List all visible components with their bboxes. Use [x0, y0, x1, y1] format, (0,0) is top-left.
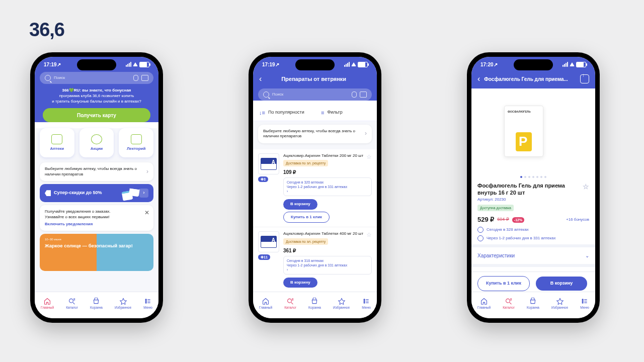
favorite-icon[interactable]: ☆: [366, 153, 372, 161]
buy-1click-button[interactable]: Купить в 1 клик: [283, 212, 330, 223]
brand-logo: 36,6: [29, 19, 64, 41]
nav-favorites[interactable]: Избранное: [333, 298, 350, 310]
nav-cart[interactable]: Корзина: [90, 298, 103, 310]
product-sku: Артикул: 20230: [477, 197, 589, 202]
filter-icon: ≡: [321, 109, 324, 116]
tag-icon: [45, 190, 51, 196]
quick-lectures[interactable]: Лекторий: [119, 128, 153, 157]
search-icon: [45, 75, 51, 81]
favorite-icon[interactable]: ☆: [583, 182, 589, 191]
nav-home[interactable]: Главный: [259, 298, 272, 310]
nav-catalog[interactable]: Каталог: [503, 298, 515, 310]
favorite-pharmacy-card[interactable]: Выберите любимую аптеку, чтобы всегда зн…: [258, 125, 372, 143]
quick-pharmacies[interactable]: Аптеки: [40, 128, 74, 157]
gallery-dots: [471, 174, 595, 179]
phone-home: 17:19↗ Поиск 366💚RU: вы знаете, что бону…: [30, 52, 163, 323]
bottom-nav: Главный Каталог Корзина Избранное Меню: [253, 292, 377, 318]
promo-banner[interactable]: 10–30 июня Жаркое солнце — безопасный за…: [40, 234, 153, 271]
svg-point-2: [145, 301, 146, 302]
product-thumb: [258, 153, 279, 174]
nav-catalog[interactable]: Каталог: [66, 298, 78, 310]
nav-home[interactable]: Главный: [477, 298, 491, 310]
characteristics-section[interactable]: Характеристики⌄: [471, 244, 595, 264]
availability-later: Через 1-2 рабочих дня в 331 аптеках: [477, 235, 589, 241]
product-price: 109 ₽: [283, 169, 372, 175]
svg-point-5: [364, 299, 365, 300]
svg-point-3: [145, 302, 146, 303]
svg-point-4: [288, 299, 292, 303]
availability-box[interactable]: Сегодня в 318 аптекахЧерез 1-2 рабочих д…: [283, 256, 372, 275]
qty-badge: ✚3: [258, 176, 268, 182]
availability-box[interactable]: Сегодня в 320 аптекахЧерез 1-2 рабочих д…: [283, 177, 372, 196]
filter-button[interactable]: ≡Фильтр: [315, 109, 377, 116]
svg-point-6: [364, 301, 365, 302]
qty-badge: ✚11: [258, 254, 270, 260]
favorite-pharmacy-card[interactable]: Выберите любимую аптеку, чтобы всегда зн…: [40, 162, 153, 181]
product-thumb: [258, 231, 279, 252]
chevron-right-icon: ›: [139, 189, 148, 198]
nav-menu[interactable]: Меню: [143, 298, 152, 310]
barcode-icon[interactable]: [141, 75, 148, 81]
nav-menu[interactable]: Меню: [362, 298, 371, 310]
enable-notifications-link[interactable]: Включить уведомления: [45, 222, 93, 227]
share-icon[interactable]: [580, 74, 589, 83]
bonus-label: +16 бонусов: [566, 217, 589, 222]
quick-deals[interactable]: Акции: [79, 128, 114, 157]
barcode-icon[interactable]: [360, 92, 367, 98]
back-button[interactable]: ‹: [477, 74, 480, 84]
search-placeholder: Поиск: [54, 75, 130, 80]
product-name: Ацикловир-Акрихин Таблетки 200 мг 20 шт: [283, 153, 372, 158]
svg-point-9: [582, 299, 583, 300]
bottom-nav: Главный Каталог Корзина Избранное Меню: [471, 292, 595, 318]
svg-point-11: [582, 302, 583, 303]
sort-icon: ↓≡: [259, 109, 265, 116]
discount-badge: -12%: [512, 217, 524, 223]
svg-point-8: [506, 299, 510, 303]
add-to-cart-button[interactable]: В корзину: [283, 199, 317, 209]
search-input[interactable]: Поиск: [40, 72, 153, 84]
super-deals-banner[interactable]: Супер-скидки до 50% ›: [40, 184, 153, 202]
chevron-right-icon: ›: [146, 168, 148, 176]
chevron-down-icon: ⌄: [585, 252, 589, 259]
nav-favorites[interactable]: Избранное: [115, 298, 131, 310]
page-title: Фосфалюгель Гель для приема...: [484, 76, 576, 82]
notifications-card: ✕ Получайте уведомления о заказах. Узнав…: [40, 205, 153, 231]
product-item[interactable]: ✚11 Ацикловир-Акрихин Таблетки 400 мг 20…: [253, 227, 377, 292]
nav-menu[interactable]: Меню: [580, 298, 589, 310]
nav-catalog[interactable]: Каталог: [284, 298, 296, 310]
get-card-button[interactable]: Получить карту: [43, 108, 150, 122]
check-icon: [477, 227, 484, 233]
buy-1click-button[interactable]: Купить в 1 клик: [477, 276, 530, 291]
clock-icon: [477, 235, 484, 241]
nav-favorites[interactable]: Избранное: [551, 298, 568, 310]
promo-text: 366💚RU: вы знаете, что бонусная программ…: [35, 88, 158, 108]
back-button[interactable]: ‹: [259, 74, 262, 84]
product-item[interactable]: ✚3 Ацикловир-Акрихин Таблетки 200 мг 20 …: [253, 149, 377, 228]
phone-product: 17:20↗ ‹ Фосфалюгель Гель для приема... …: [467, 52, 600, 323]
page-title: Препараты от ветрянки: [266, 75, 362, 82]
nav-home[interactable]: Главный: [41, 298, 54, 310]
product-price: 529 ₽: [477, 216, 494, 224]
pharmacy-icon: [51, 134, 62, 144]
status-time: 17:19: [44, 61, 57, 68]
nav-cart[interactable]: Корзина: [308, 298, 321, 310]
svg-point-10: [582, 301, 583, 302]
mic-icon[interactable]: [352, 92, 357, 98]
search-input[interactable]: Поиск: [258, 88, 372, 101]
mic-icon[interactable]: [133, 75, 138, 81]
close-icon[interactable]: ✕: [144, 209, 149, 217]
bottom-nav: Главный Каталог Корзина Избранное Меню: [35, 292, 158, 318]
search-icon: [263, 92, 269, 98]
percent-icon: [91, 134, 102, 144]
product-title: Фосфалюгель Гель для приема внутрь 16 г …: [477, 182, 589, 197]
svg-point-0: [69, 299, 73, 303]
old-price: 604 ₽: [497, 217, 509, 223]
product-gallery[interactable]: [471, 88, 595, 174]
svg-point-1: [145, 299, 146, 300]
add-to-cart-button[interactable]: В корзину: [283, 278, 317, 288]
analogs-section[interactable]: Аналоги: [471, 264, 595, 272]
nav-cart[interactable]: Корзина: [527, 298, 539, 310]
sort-button[interactable]: ↓≡По популярности: [253, 109, 315, 116]
add-to-cart-button[interactable]: В корзину: [536, 277, 587, 291]
favorite-icon[interactable]: ☆: [366, 231, 372, 239]
